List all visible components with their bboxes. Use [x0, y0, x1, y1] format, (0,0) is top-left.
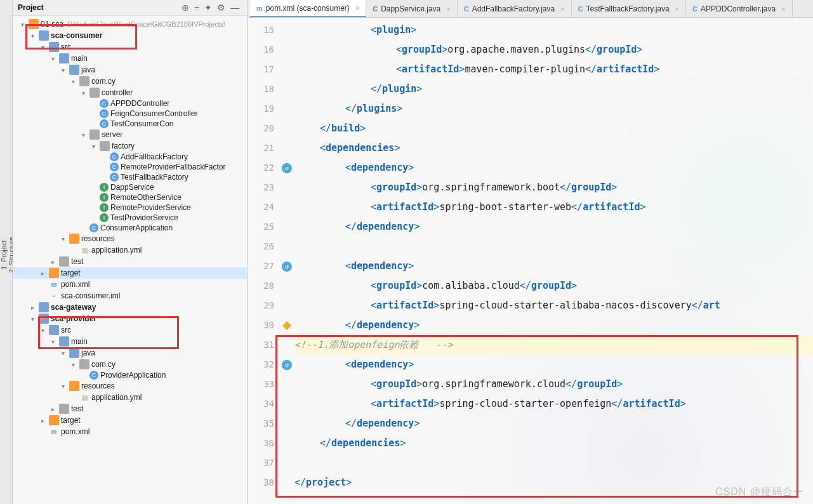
- code-line[interactable]: <artifactId>spring-cloud-starter-openfei…: [294, 394, 813, 414]
- expand-arrow-icon[interactable]: ▾: [58, 383, 67, 390]
- collapse-icon[interactable]: ✦: [204, 3, 212, 13]
- tree-item[interactable]: ▾server: [13, 129, 247, 140]
- code-line[interactable]: <dependency>: [294, 256, 813, 276]
- tree-item[interactable]: CProviderApplication: [13, 370, 247, 380]
- expand-arrow-icon[interactable]: ▸: [28, 304, 37, 311]
- code-line[interactable]: <dependency>: [294, 355, 813, 375]
- tree-item[interactable]: ▾com.cy: [13, 359, 247, 370]
- close-icon[interactable]: ×: [355, 4, 359, 12]
- code-line[interactable]: </dependency>: [294, 217, 813, 237]
- tree-item[interactable]: ▾controller: [13, 87, 247, 98]
- expand-arrow-icon[interactable]: ▸: [38, 270, 47, 277]
- close-icon[interactable]: ×: [781, 5, 785, 13]
- editor-tab[interactable]: CAddFallbackFactory.java×: [458, 0, 572, 17]
- expand-arrow-icon[interactable]: ▾: [18, 21, 27, 28]
- tree-item[interactable]: ▸sca-gateway: [13, 302, 247, 313]
- tree-item[interactable]: ▾sca-consumer: [13, 30, 247, 41]
- tree-item[interactable]: IDappService: [13, 182, 247, 192]
- gutter-dependency-icon[interactable]: ↺: [282, 163, 292, 173]
- tree-item[interactable]: CRemoteProviderFallbackFactor: [13, 162, 247, 172]
- code-line[interactable]: </project>: [294, 473, 813, 493]
- expand-arrow-icon[interactable]: ▸: [48, 406, 57, 413]
- code-line[interactable]: <groupId>org.springframework.boot</group…: [294, 178, 813, 197]
- code-line[interactable]: <groupId>org.springframework.cloud</grou…: [294, 375, 813, 394]
- tree-item[interactable]: ▸target: [13, 414, 247, 426]
- tree-item[interactable]: ▤application.yml: [13, 244, 247, 256]
- expand-arrow-icon[interactable]: ▾: [58, 67, 67, 74]
- expand-arrow-icon[interactable]: ▾: [58, 350, 67, 357]
- expand-arrow-icon[interactable]: ▾: [48, 338, 57, 345]
- code-line[interactable]: </build>: [294, 119, 813, 138]
- tree-item[interactable]: ▾main: [13, 53, 247, 64]
- rail-project[interactable]: 1: Project: [0, 13, 8, 498]
- expand-arrow-icon[interactable]: ▾: [69, 361, 77, 368]
- locate-icon[interactable]: ⊕: [182, 3, 189, 13]
- expand-arrow-icon[interactable]: ▾: [79, 90, 88, 96]
- tree-item[interactable]: CFeignConsumerController: [13, 109, 247, 119]
- tree-item[interactable]: ▾main: [13, 336, 247, 347]
- expand-arrow-icon[interactable]: ▾: [38, 44, 47, 51]
- tree-item[interactable]: ▾src: [13, 41, 247, 53]
- code-line[interactable]: <dependencies>: [294, 138, 813, 158]
- code-line[interactable]: [294, 237, 813, 256]
- tree-item[interactable]: ▾java: [13, 64, 247, 76]
- code-line[interactable]: </dependencies>: [294, 434, 813, 453]
- gutter-warning-icon[interactable]: [282, 321, 291, 329]
- close-icon[interactable]: ×: [446, 5, 450, 13]
- project-tree[interactable]: ▾01-scaD:\teducn\JavaWordSpace\GitCGB210…: [13, 16, 247, 504]
- code-line[interactable]: <groupId>org.apache.maven.plugins</group…: [294, 40, 813, 60]
- expand-arrow-icon[interactable]: ▾: [48, 55, 57, 62]
- tree-item[interactable]: mpom.xml: [13, 426, 247, 437]
- editor-tab[interactable]: CTestFallbackFactory.java×: [572, 0, 687, 17]
- code-line[interactable]: <dependency>: [294, 158, 813, 178]
- code-line[interactable]: <artifactId>maven-compiler-plugin</artif…: [294, 60, 813, 79]
- tree-item[interactable]: ▸test: [13, 256, 247, 267]
- expand-arrow-icon[interactable]: ▾: [89, 143, 98, 150]
- tree-item[interactable]: IRemoteOtherService: [13, 192, 247, 202]
- code-line[interactable]: </plugins>: [294, 99, 813, 119]
- expand-arrow-icon[interactable]: ▾: [58, 235, 67, 242]
- code-line[interactable]: <artifactId>spring-cloud-starter-alibaba…: [294, 296, 813, 315]
- settings-icon[interactable]: ⚙: [217, 3, 225, 13]
- tree-item[interactable]: CAPPDDController: [13, 98, 247, 109]
- tree-item[interactable]: CTestConsumerCon: [13, 119, 247, 129]
- tree-item[interactable]: ▾sca-provider: [13, 313, 247, 324]
- code-line[interactable]: </dependency>: [294, 414, 813, 434]
- editor-tab[interactable]: CAPPDDController.java×: [686, 0, 792, 17]
- tree-item[interactable]: ▾com.cy: [13, 76, 247, 87]
- expand-arrow-icon[interactable]: ▾: [28, 32, 37, 39]
- tree-item[interactable]: ▾factory: [13, 140, 247, 152]
- code-line[interactable]: <groupId>com.alibaba.cloud</groupId>: [294, 276, 813, 296]
- tree-item[interactable]: IRemoteProviderService: [13, 202, 247, 213]
- gutter-dependency-icon[interactable]: ↺: [282, 360, 292, 370]
- tree-item[interactable]: ▸test: [13, 403, 247, 414]
- code-editor[interactable]: 1516171819202122232425262728293031323334…: [248, 18, 813, 504]
- expand-arrow-icon[interactable]: ▾: [28, 315, 37, 322]
- editor-tab[interactable]: mpom.xml (sca-consumer)×: [250, 0, 366, 17]
- code-line[interactable]: [294, 453, 813, 473]
- code-line[interactable]: <plugin>: [294, 20, 813, 40]
- expand-arrow-icon[interactable]: ▾: [38, 327, 47, 334]
- tree-item[interactable]: ▤application.yml: [13, 392, 247, 403]
- tree-item[interactable]: CConsumerApplication: [13, 223, 247, 233]
- tree-item[interactable]: ▾01-scaD:\teducn\JavaWordSpace\GitCGB210…: [13, 18, 247, 30]
- gutter-dependency-icon[interactable]: ↺: [282, 262, 292, 272]
- expand-arrow-icon[interactable]: ▸: [38, 417, 47, 424]
- tree-item[interactable]: ▸target: [13, 267, 247, 279]
- hide-icon[interactable]: —: [230, 3, 239, 13]
- tree-item[interactable]: ▾resources: [13, 380, 247, 392]
- code-line[interactable]: </dependency>: [294, 315, 813, 335]
- tree-item[interactable]: ▾src: [13, 324, 247, 336]
- tree-item[interactable]: mpom.xml: [13, 279, 247, 290]
- editor-tab[interactable]: CDappService.java×: [366, 0, 457, 17]
- tree-item[interactable]: ▾java: [13, 347, 247, 359]
- close-icon[interactable]: ×: [560, 5, 564, 13]
- expand-arrow-icon[interactable]: ▾: [79, 131, 88, 138]
- code-content[interactable]: <plugin><groupId>org.apache.maven.plugin…: [294, 18, 813, 504]
- code-line[interactable]: </plugin>: [294, 79, 813, 99]
- tree-item[interactable]: ▾resources: [13, 233, 247, 244]
- code-line[interactable]: <artifactId>spring-boot-starter-web</art…: [294, 197, 813, 217]
- close-icon[interactable]: ×: [675, 5, 679, 13]
- tree-item[interactable]: CAddFallbackFactory: [13, 152, 247, 162]
- tree-item[interactable]: CTestFallbackFactory: [13, 172, 247, 182]
